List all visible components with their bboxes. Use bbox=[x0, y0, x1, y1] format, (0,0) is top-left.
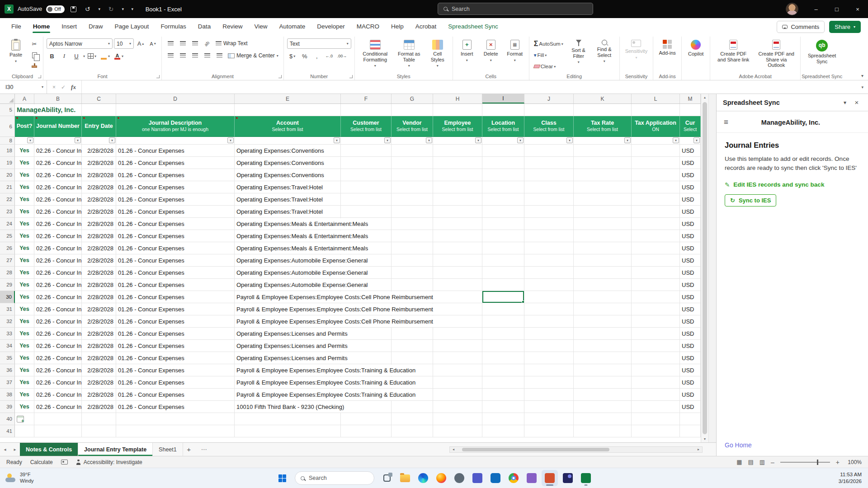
grid-cell[interactable] bbox=[524, 206, 574, 218]
grid-cell[interactable]: Operating Expenses:Licenses and Permits bbox=[235, 340, 341, 352]
grid-cell[interactable] bbox=[632, 376, 680, 389]
grid-cell[interactable] bbox=[524, 230, 574, 242]
grid-cell[interactable] bbox=[15, 425, 34, 437]
grid-cell[interactable] bbox=[574, 206, 632, 218]
grid-cell[interactable]: 02.26 - Concur In bbox=[34, 401, 82, 413]
excel-icon[interactable] bbox=[578, 470, 594, 486]
company-title-cell[interactable]: ManageAbility, Inc. bbox=[15, 104, 34, 116]
grid-cell[interactable]: 2/28/2028 bbox=[82, 352, 116, 364]
grid-cell[interactable]: 2/28/2028 bbox=[82, 279, 116, 291]
grid-cell[interactable] bbox=[524, 254, 574, 267]
grid-cell[interactable] bbox=[341, 169, 392, 181]
grid-cell[interactable]: 2/28/2028 bbox=[82, 145, 116, 157]
grid-cell[interactable]: 01.26 - Concur Expenses bbox=[116, 389, 235, 401]
row-header-24[interactable]: 24 bbox=[0, 218, 15, 230]
grid-cell[interactable] bbox=[482, 218, 524, 230]
grid-cell[interactable] bbox=[392, 279, 433, 291]
ribbon-tab-insert[interactable]: Insert bbox=[56, 20, 83, 33]
filter-dropdown-icon[interactable]: ▾ bbox=[673, 137, 679, 143]
grid-cell[interactable] bbox=[574, 328, 632, 340]
row-header-20[interactable]: 20 bbox=[0, 169, 15, 181]
grid-cell[interactable]: 01.26 - Concur Expenses bbox=[116, 315, 235, 328]
grid-cell[interactable]: USD bbox=[680, 254, 701, 267]
grid-cell[interactable] bbox=[632, 291, 680, 303]
grid-cell[interactable]: Yes bbox=[15, 291, 34, 303]
grid-cell[interactable] bbox=[524, 181, 574, 193]
grid-cell[interactable] bbox=[82, 425, 116, 437]
grid-cell[interactable] bbox=[574, 145, 632, 157]
grid-cell[interactable] bbox=[482, 328, 524, 340]
zoom-out-icon[interactable]: – bbox=[771, 459, 774, 466]
column-header-a[interactable]: A bbox=[15, 94, 34, 103]
grid-cell[interactable]: 2/28/2028 bbox=[82, 230, 116, 242]
grid-cell[interactable] bbox=[632, 425, 680, 437]
header-cell-journal-number[interactable]: *Journal Number bbox=[34, 116, 82, 137]
grid-cell[interactable]: 10010 Fifth Third Bank - 9230 (Checking) bbox=[235, 401, 341, 413]
sort-filter-button[interactable]: Sort & Filter ▾ bbox=[567, 38, 590, 65]
filter-cell-c[interactable]: ▾ bbox=[82, 137, 116, 145]
header-cell-cur[interactable]: CurSelect bbox=[680, 116, 701, 137]
grid-cell[interactable] bbox=[482, 193, 524, 206]
filter-dropdown-icon[interactable]: ▾ bbox=[624, 137, 631, 143]
grid-cell[interactable]: Yes bbox=[15, 279, 34, 291]
task-view-icon[interactable] bbox=[379, 470, 395, 486]
grid-cell[interactable]: 2/28/2028 bbox=[82, 401, 116, 413]
header-cell-tax-application[interactable]: Tax ApplicationON bbox=[632, 116, 680, 137]
grid-cell[interactable] bbox=[574, 254, 632, 267]
font-name-combo[interactable]: Aptos Narrow▾ bbox=[47, 38, 113, 49]
firefox-icon[interactable] bbox=[433, 470, 449, 486]
grid-cell[interactable]: 01.26 - Concur Expenses bbox=[116, 145, 235, 157]
save-button[interactable] bbox=[69, 3, 79, 15]
grid-cell[interactable] bbox=[680, 425, 701, 437]
grid-cell[interactable] bbox=[524, 193, 574, 206]
grid-cell[interactable] bbox=[574, 193, 632, 206]
minimize-button[interactable]: – bbox=[806, 0, 826, 18]
grid-cell[interactable]: 2/28/2028 bbox=[82, 242, 116, 254]
grid-cell[interactable] bbox=[433, 425, 482, 437]
grid-cell[interactable] bbox=[482, 279, 524, 291]
grid-cell[interactable] bbox=[433, 340, 482, 352]
grid-cell[interactable]: Yes bbox=[15, 267, 34, 279]
grid-cell[interactable] bbox=[482, 169, 524, 181]
grid-cell[interactable] bbox=[482, 267, 524, 279]
undo-button[interactable]: ↺ bbox=[83, 3, 93, 15]
grid-cell[interactable] bbox=[341, 425, 392, 437]
grid-cell[interactable] bbox=[482, 364, 524, 376]
grid-cell[interactable] bbox=[433, 181, 482, 193]
grid-cell[interactable]: 02.26 - Concur In bbox=[34, 206, 82, 218]
store-icon[interactable] bbox=[524, 470, 540, 486]
grid-cell[interactable] bbox=[632, 145, 680, 157]
grid-cell[interactable]: 02.26 - Concur In bbox=[34, 230, 82, 242]
sheet-tab-notes-controls[interactable]: Notes & Controls bbox=[20, 443, 78, 456]
grid-cell[interactable]: 2/28/2028 bbox=[82, 254, 116, 267]
grid-cell[interactable] bbox=[524, 104, 574, 116]
grid-cell[interactable] bbox=[524, 413, 574, 425]
grid-cell[interactable] bbox=[574, 315, 632, 328]
grid-cell[interactable]: USD bbox=[680, 230, 701, 242]
grid-cell[interactable] bbox=[392, 267, 433, 279]
header-cell-class[interactable]: ClassSelect from list bbox=[524, 116, 574, 137]
grid-cell[interactable]: 02.26 - Concur In bbox=[34, 303, 82, 315]
grid-cell[interactable] bbox=[680, 413, 701, 425]
percent-style-button[interactable]: % bbox=[299, 51, 310, 61]
grid-cell[interactable]: Operating Expenses:Travel:Hotel bbox=[235, 206, 341, 218]
maximize-button[interactable]: □ bbox=[826, 0, 847, 18]
grid-cell[interactable]: 02.26 - Concur In bbox=[34, 315, 82, 328]
grid-cell[interactable]: 02.26 - Concur In bbox=[34, 254, 82, 267]
grid-cell[interactable] bbox=[482, 425, 524, 437]
format-painter-button[interactable] bbox=[29, 61, 40, 71]
grid-cell[interactable] bbox=[632, 340, 680, 352]
expand-formula-bar-icon[interactable]: ▾ bbox=[857, 80, 868, 94]
grid-cell[interactable]: 02.26 - Concur In bbox=[34, 291, 82, 303]
create-pdf-share-link-button[interactable]: Create PDF and Share link bbox=[713, 38, 753, 63]
share-button[interactable]: Share ▾ bbox=[829, 21, 861, 33]
bottom-align-button[interactable] bbox=[189, 38, 200, 48]
filter-cell-l[interactable]: ▾ bbox=[632, 137, 680, 145]
tab-scroll-left-icon[interactable]: ◂ bbox=[0, 447, 10, 452]
grid-cell[interactable] bbox=[433, 157, 482, 169]
row-header-41[interactable]: 41 bbox=[0, 425, 15, 437]
grid-cell[interactable]: 02.26 - Concur In bbox=[34, 169, 82, 181]
grid-cell[interactable]: USD bbox=[680, 291, 701, 303]
grid-cell[interactable] bbox=[433, 169, 482, 181]
grid-cell[interactable] bbox=[482, 413, 524, 425]
